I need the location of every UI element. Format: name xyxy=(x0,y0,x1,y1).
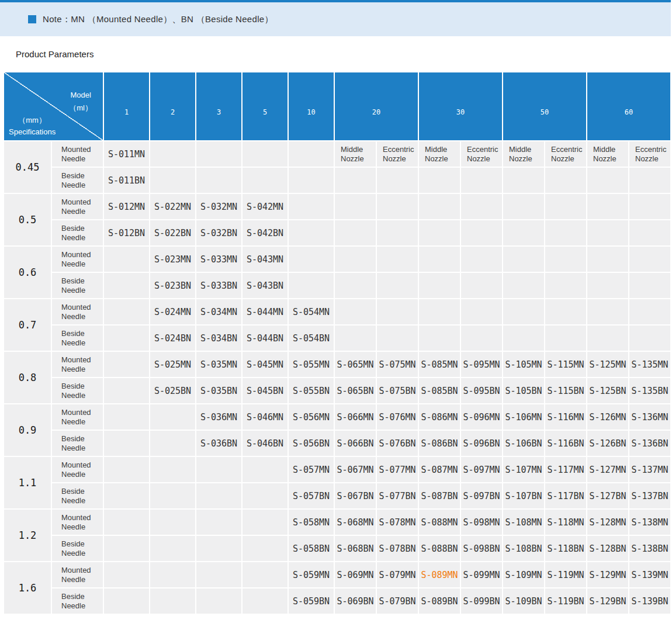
model-cell[interactable]: S-105MN xyxy=(503,352,544,377)
model-cell[interactable]: S-125MN xyxy=(587,352,628,377)
model-cell[interactable]: S-042BN xyxy=(243,220,287,245)
model-cell[interactable]: S-137BN xyxy=(629,483,670,508)
model-cell[interactable]: S-076MN xyxy=(377,404,418,430)
model-cell[interactable]: S-097BN xyxy=(461,483,502,508)
model-cell[interactable]: S-077MN xyxy=(377,457,418,482)
model-cell[interactable]: S-095MN xyxy=(461,352,502,377)
model-cell[interactable]: S-136BN xyxy=(629,431,670,456)
model-cell[interactable]: S-025MN xyxy=(150,352,195,377)
model-cell[interactable]: S-135MN xyxy=(629,352,670,377)
model-cell[interactable]: S-117BN xyxy=(545,483,586,508)
model-cell[interactable]: S-116BN xyxy=(545,431,586,456)
model-cell[interactable]: S-045MN xyxy=(243,352,287,377)
model-cell[interactable]: S-042MN xyxy=(243,194,287,219)
model-cell[interactable]: S-044MN xyxy=(243,299,287,324)
model-cell[interactable]: S-066BN xyxy=(335,431,376,456)
model-cell[interactable]: S-098MN xyxy=(461,510,502,535)
model-cell[interactable]: S-109MN xyxy=(503,562,544,587)
model-cell[interactable]: S-054BN xyxy=(289,326,334,351)
model-cell[interactable]: S-032MN xyxy=(196,194,241,219)
model-cell[interactable]: S-023BN xyxy=(150,273,195,298)
model-cell[interactable]: S-055BN xyxy=(289,378,334,403)
model-cell[interactable]: S-119MN xyxy=(545,562,586,587)
model-cell[interactable]: S-065MN xyxy=(335,352,376,377)
model-cell[interactable]: S-011MN xyxy=(104,141,149,167)
model-cell[interactable]: S-011BN xyxy=(104,168,149,193)
model-cell[interactable]: S-012BN xyxy=(104,220,149,245)
model-cell[interactable]: S-115MN xyxy=(545,352,586,377)
model-cell[interactable]: S-116MN xyxy=(545,404,586,430)
model-cell[interactable]: S-044BN xyxy=(243,326,287,351)
model-cell[interactable]: S-125BN xyxy=(587,378,628,403)
model-cell[interactable]: S-095BN xyxy=(461,378,502,403)
model-cell[interactable]: S-054MN xyxy=(289,299,334,324)
model-cell[interactable]: S-034MN xyxy=(196,299,241,324)
model-cell[interactable]: S-075BN xyxy=(377,378,418,403)
model-cell[interactable]: S-043BN xyxy=(243,273,287,298)
model-cell[interactable]: S-128MN xyxy=(587,510,628,535)
model-cell[interactable]: S-057BN xyxy=(289,483,334,508)
model-cell[interactable]: S-058MN xyxy=(289,510,334,535)
model-cell[interactable]: S-138BN xyxy=(629,536,670,561)
model-cell[interactable]: S-126BN xyxy=(587,431,628,456)
model-cell[interactable]: S-119BN xyxy=(545,588,586,614)
model-cell[interactable]: S-129BN xyxy=(587,588,628,614)
model-cell[interactable]: S-085BN xyxy=(419,378,460,403)
model-cell[interactable]: S-087MN xyxy=(419,457,460,482)
model-cell[interactable]: S-096MN xyxy=(461,404,502,430)
model-cell[interactable]: S-032BN xyxy=(196,220,241,245)
model-cell[interactable]: S-135BN xyxy=(629,378,670,403)
model-cell[interactable]: S-137MN xyxy=(629,457,670,482)
model-cell[interactable]: S-115BN xyxy=(545,378,586,403)
model-cell[interactable]: S-136MN xyxy=(629,404,670,430)
model-cell[interactable]: S-023MN xyxy=(150,247,195,272)
model-cell[interactable]: S-079MN xyxy=(377,562,418,587)
model-cell[interactable]: S-075MN xyxy=(377,352,418,377)
model-cell[interactable]: S-118BN xyxy=(545,536,586,561)
model-cell[interactable]: S-046MN xyxy=(243,404,287,430)
model-cell[interactable]: S-059BN xyxy=(289,588,334,614)
model-cell[interactable]: S-087BN xyxy=(419,483,460,508)
model-cell[interactable]: S-129MN xyxy=(587,562,628,587)
model-cell[interactable]: S-078BN xyxy=(377,536,418,561)
model-cell[interactable]: S-022BN xyxy=(150,220,195,245)
model-cell[interactable]: S-066MN xyxy=(335,404,376,430)
model-cell[interactable]: S-089MN xyxy=(419,562,460,587)
model-cell[interactable]: S-079BN xyxy=(377,588,418,614)
model-cell[interactable]: S-128BN xyxy=(587,536,628,561)
model-cell[interactable]: S-059MN xyxy=(289,562,334,587)
model-cell[interactable]: S-058BN xyxy=(289,536,334,561)
model-cell[interactable]: S-068BN xyxy=(335,536,376,561)
model-cell[interactable]: S-056BN xyxy=(289,431,334,456)
model-cell[interactable]: S-098BN xyxy=(461,536,502,561)
model-cell[interactable]: S-099BN xyxy=(461,588,502,614)
model-cell[interactable]: S-086MN xyxy=(419,404,460,430)
model-cell[interactable]: S-106BN xyxy=(503,431,544,456)
model-cell[interactable]: S-033BN xyxy=(196,273,241,298)
model-cell[interactable]: S-025BN xyxy=(150,378,195,403)
model-cell[interactable]: S-096BN xyxy=(461,431,502,456)
model-cell[interactable]: S-099MN xyxy=(461,562,502,587)
model-cell[interactable]: S-055MN xyxy=(289,352,334,377)
model-cell[interactable]: S-033MN xyxy=(196,247,241,272)
model-cell[interactable]: S-108BN xyxy=(503,536,544,561)
model-cell[interactable]: S-078MN xyxy=(377,510,418,535)
model-cell[interactable]: S-043MN xyxy=(243,247,287,272)
model-cell[interactable]: S-117MN xyxy=(545,457,586,482)
model-cell[interactable]: S-056MN xyxy=(289,404,334,430)
model-cell[interactable]: S-118MN xyxy=(545,510,586,535)
model-cell[interactable]: S-105BN xyxy=(503,378,544,403)
model-cell[interactable]: S-097MN xyxy=(461,457,502,482)
model-cell[interactable]: S-109BN xyxy=(503,588,544,614)
model-cell[interactable]: S-088MN xyxy=(419,510,460,535)
model-cell[interactable]: S-024BN xyxy=(150,326,195,351)
model-cell[interactable]: S-067BN xyxy=(335,483,376,508)
model-cell[interactable]: S-139MN xyxy=(629,562,670,587)
model-cell[interactable]: S-035BN xyxy=(196,378,241,403)
model-cell[interactable]: S-012MN xyxy=(104,194,149,219)
model-cell[interactable]: S-106MN xyxy=(503,404,544,430)
model-cell[interactable]: S-127BN xyxy=(587,483,628,508)
model-cell[interactable]: S-086BN xyxy=(419,431,460,456)
model-cell[interactable]: S-067MN xyxy=(335,457,376,482)
model-cell[interactable]: S-035MN xyxy=(196,352,241,377)
